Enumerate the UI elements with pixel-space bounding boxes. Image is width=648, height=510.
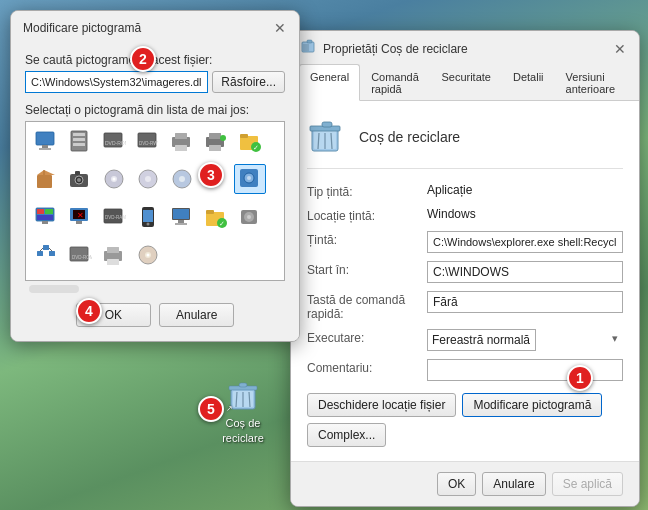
start-input[interactable]	[427, 261, 623, 283]
tip-tinta-value: Aplicație	[427, 183, 623, 197]
icon-item-printer3[interactable]	[98, 240, 130, 270]
svg-point-85	[247, 215, 251, 219]
svg-rect-21	[42, 145, 48, 148]
svg-rect-22	[39, 148, 51, 150]
icon-grid[interactable]: DVD-ROM DVD-RW ✓	[25, 121, 285, 281]
modify-content: Se caută pictograme în acest fișier: Răs…	[11, 43, 299, 341]
locatie-label: Locație țintă:	[307, 207, 427, 223]
svg-rect-62	[37, 209, 44, 214]
svg-rect-24	[73, 133, 85, 136]
icon-item-dvdrom[interactable]: DVD-ROM	[98, 126, 130, 156]
tab-general[interactable]: General	[299, 64, 360, 101]
icon-item-colordisplay[interactable]	[30, 202, 62, 232]
tab-securitate[interactable]: Securitate	[430, 64, 502, 101]
tab-versiuni[interactable]: Versiuni anterioare	[555, 64, 631, 101]
props-anulare-button[interactable]: Anulare	[482, 472, 545, 496]
props-main-content: Coș de reciclare Tip țintă: Aplicație Lo…	[291, 101, 639, 461]
tab-comanda-rapida[interactable]: Comandă rapidă	[360, 64, 430, 101]
icon-item-box[interactable]	[30, 164, 62, 194]
props-tabs-bar: General Comandă rapidă Securitate Detali…	[291, 64, 639, 101]
svg-rect-25	[73, 138, 85, 141]
svg-text:DVD-ROM: DVD-ROM	[72, 255, 92, 260]
svg-point-98	[147, 254, 150, 257]
icon-item-camera[interactable]	[64, 164, 96, 194]
svg-rect-65	[42, 221, 48, 224]
tinta-label: Țintă:	[307, 231, 427, 247]
modify-close-button[interactable]: ✕	[271, 19, 289, 37]
modificare-button[interactable]: Modificare pictogramă	[462, 393, 602, 417]
icon-item-disc2[interactable]	[132, 164, 164, 194]
modify-footer: OK Anulare	[25, 303, 285, 327]
svg-rect-87	[49, 251, 55, 256]
icon-item-selected-gear[interactable]	[234, 164, 266, 194]
comentariu-input[interactable]	[427, 359, 623, 381]
field-start: Start în:	[307, 261, 623, 283]
browse-button[interactable]: Răsfoire...	[212, 71, 285, 93]
properties-window: Proprietăți Coș de reciclare ✕ General C…	[290, 30, 640, 507]
svg-point-60	[247, 176, 251, 180]
modify-titlebar: Modificare pictogramă ✕	[11, 11, 299, 43]
props-titlebar: Proprietăți Coș de reciclare ✕	[291, 31, 639, 64]
icon-item-dvdram[interactable]: DVD-RAM	[98, 202, 130, 232]
tasta-input[interactable]	[427, 291, 623, 313]
icon-item-folder-check2[interactable]: ✓	[200, 202, 232, 232]
props-aplica-button[interactable]: Se aplică	[552, 472, 623, 496]
tasta-label: Tastă de comandă rapidă:	[307, 291, 427, 321]
executare-select[interactable]: Fereastră normală	[427, 329, 536, 351]
locatie-value: Windows	[427, 207, 623, 221]
tip-tinta-label: Tip țintă:	[307, 183, 427, 199]
recycle-bin-image: ↗	[224, 375, 262, 413]
icon-item-errormonitor[interactable]: ✕	[64, 202, 96, 232]
complex-button[interactable]: Complex...	[307, 423, 386, 447]
icon-item-monitor[interactable]	[30, 126, 62, 156]
props-ok-button[interactable]: OK	[437, 472, 476, 496]
search-input[interactable]	[25, 71, 208, 93]
icon-item-dvdrw[interactable]: DVD-RW	[132, 126, 164, 156]
desktop-icon-label: Coș de reciclare	[222, 416, 264, 445]
props-icon	[307, 115, 347, 158]
icon-item-dvdrom2[interactable]: DVD-ROM	[64, 240, 96, 270]
icon-item-printer2[interactable]	[200, 126, 232, 156]
field-tip-tinta: Tip țintă: Aplicație	[307, 183, 623, 199]
svg-rect-94	[107, 247, 119, 253]
svg-text:↗: ↗	[226, 404, 233, 413]
props-titlebar-icon	[301, 39, 317, 58]
props-header: Coș de reciclare	[307, 115, 623, 169]
svg-marker-43	[37, 170, 55, 175]
svg-text:✓: ✓	[219, 220, 225, 227]
icon-item-harddrive[interactable]	[234, 202, 266, 232]
icon-item-folder-checkmark[interactable]: ✓	[234, 126, 266, 156]
svg-text:DVD-RAM: DVD-RAM	[105, 215, 126, 220]
svg-point-53	[145, 176, 151, 182]
svg-rect-76	[173, 209, 189, 219]
icon-grid-scrollbar[interactable]	[29, 285, 79, 293]
icon-item-monitor2[interactable]	[166, 202, 198, 232]
list-label: Selectați o pictogramă din lista de mai …	[25, 103, 285, 117]
svg-rect-78	[175, 223, 187, 225]
svg-rect-64	[37, 215, 53, 220]
tab-detalii[interactable]: Detalii	[502, 64, 555, 101]
icon-item-cd[interactable]	[132, 240, 164, 270]
svg-rect-33	[175, 145, 187, 151]
svg-text:✕: ✕	[77, 211, 84, 220]
svg-rect-80	[206, 210, 214, 214]
icon-item-server[interactable]	[64, 126, 96, 156]
tinta-input[interactable]	[427, 231, 623, 253]
svg-rect-48	[75, 171, 80, 175]
svg-rect-16	[322, 122, 332, 127]
icon-item-network[interactable]	[30, 240, 62, 270]
svg-text:DVD-ROM: DVD-ROM	[105, 140, 126, 146]
deschidere-button[interactable]: Deschidere locație fișier	[307, 393, 456, 417]
icon-item-phone[interactable]	[132, 202, 164, 232]
modify-anulare-button[interactable]: Anulare	[159, 303, 234, 327]
icon-item-printer[interactable]	[166, 126, 198, 156]
icon-item-dvd-disc[interactable]	[98, 164, 130, 194]
svg-rect-69	[76, 221, 82, 224]
props-close-button[interactable]: ✕	[611, 40, 629, 58]
svg-rect-35	[209, 133, 221, 139]
svg-rect-42	[37, 175, 52, 188]
svg-rect-20	[36, 132, 54, 145]
svg-point-74	[147, 223, 150, 226]
icon-item-disc3[interactable]	[166, 164, 198, 194]
svg-rect-88	[43, 245, 49, 250]
